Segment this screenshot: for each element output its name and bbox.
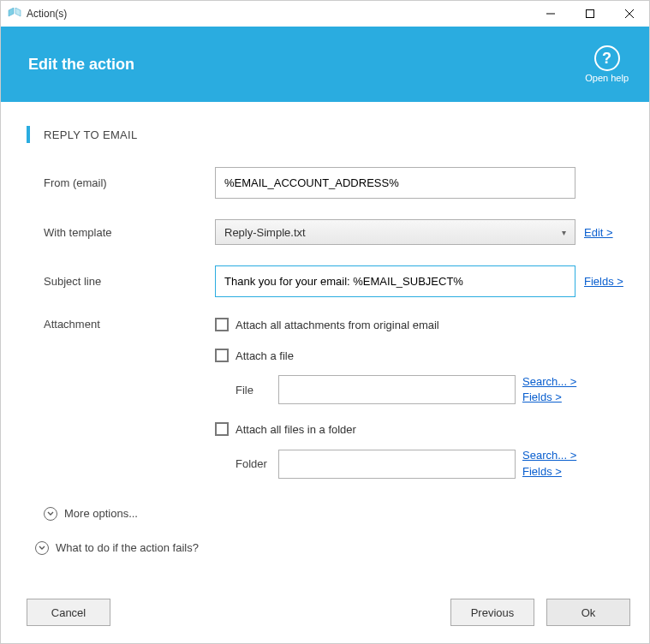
row-subject: Subject line Fields >	[27, 265, 635, 297]
chevron-down-icon	[35, 541, 49, 555]
on-fail-label: What to do if the action fails?	[56, 541, 199, 554]
header-band: Edit the action ? Open help	[1, 27, 649, 102]
row-from: From (email)	[27, 167, 635, 199]
folder-input-row: Folder Search... > Fields >	[236, 448, 575, 479]
file-input[interactable]	[278, 375, 516, 404]
attach-file-checkbox[interactable]	[215, 349, 229, 362]
section-accent-bar	[27, 126, 30, 143]
subject-fields-link[interactable]: Fields >	[584, 275, 623, 288]
help-label: Open help	[585, 73, 629, 83]
open-help-button[interactable]: ? Open help	[585, 45, 629, 83]
template-selected-value: Reply-Simple.txt	[224, 226, 306, 239]
file-search-link[interactable]: Search... >	[522, 374, 575, 390]
on-fail-expander[interactable]: What to do if the action fails?	[27, 541, 635, 555]
attach-original-row: Attach all attachments from original ema…	[215, 318, 575, 331]
row-template: With template Reply-Simple.txt ▾ Edit >	[27, 219, 635, 245]
attach-folder-label: Attach all files in a folder	[236, 423, 356, 436]
folder-fields-link[interactable]: Fields >	[522, 464, 575, 480]
folder-input[interactable]	[278, 450, 516, 479]
edit-template-link[interactable]: Edit >	[584, 226, 613, 239]
more-options-expander[interactable]: More options...	[27, 507, 635, 521]
template-select[interactable]: Reply-Simple.txt ▾	[215, 219, 575, 245]
row-attachment: Attachment Attach all attachments from o…	[27, 318, 635, 486]
window-title: Action(s)	[27, 8, 531, 20]
file-fields-link[interactable]: Fields >	[522, 390, 575, 405]
from-label: From (email)	[44, 176, 215, 189]
header-title: Edit the action	[28, 56, 585, 74]
footer: Cancel Previous Ok	[1, 581, 649, 643]
section-heading: REPLY TO EMAIL	[27, 126, 635, 143]
section-title: REPLY TO EMAIL	[44, 128, 137, 141]
attach-folder-checkbox[interactable]	[215, 422, 229, 436]
subject-input[interactable]	[215, 265, 575, 297]
attach-original-checkbox[interactable]	[215, 318, 229, 331]
dialog-window: Action(s) Edit the action ? Open help RE…	[0, 0, 650, 644]
svg-marker-0	[9, 8, 14, 16]
window-controls	[531, 1, 649, 27]
content-area: REPLY TO EMAIL From (email) With templat…	[1, 102, 649, 581]
svg-marker-1	[15, 8, 21, 16]
from-input[interactable]	[215, 167, 575, 199]
more-options-label: More options...	[64, 507, 138, 520]
svg-rect-3	[587, 10, 594, 18]
cancel-button[interactable]: Cancel	[27, 599, 110, 626]
subject-label: Subject line	[44, 275, 215, 288]
minimize-button[interactable]	[531, 1, 570, 27]
attach-folder-row: Attach all files in a folder	[215, 422, 575, 436]
chevron-down-icon: ▾	[562, 228, 566, 237]
attachment-label: Attachment	[44, 318, 215, 331]
template-label: With template	[44, 226, 215, 239]
app-icon	[8, 7, 21, 21]
titlebar: Action(s)	[1, 1, 649, 27]
attach-original-label: Attach all attachments from original ema…	[236, 319, 439, 331]
ok-button[interactable]: Ok	[546, 599, 630, 626]
attach-file-row: Attach a file	[215, 349, 575, 362]
folder-sublabel: Folder	[236, 457, 278, 470]
chevron-down-icon	[44, 507, 57, 521]
file-input-row: File Search... > Fields >	[236, 374, 575, 405]
attach-file-label: Attach a file	[236, 349, 294, 362]
folder-search-link[interactable]: Search... >	[522, 448, 575, 463]
maximize-button[interactable]	[570, 1, 610, 27]
help-icon: ?	[594, 45, 620, 71]
close-button[interactable]	[610, 1, 649, 27]
previous-button[interactable]: Previous	[450, 599, 534, 626]
file-sublabel: File	[236, 384, 278, 397]
